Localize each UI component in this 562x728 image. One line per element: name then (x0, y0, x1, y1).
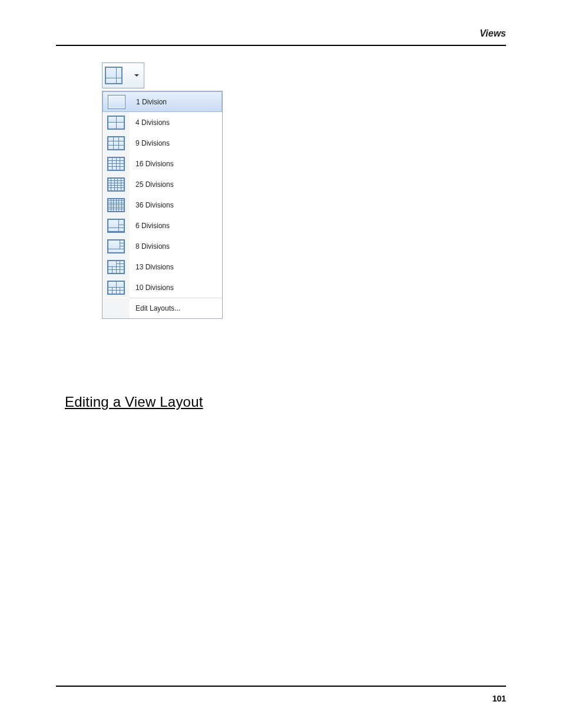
layout-option-label: 9 Divisions (130, 139, 170, 147)
layout-option-1-division[interactable]: 1 Division (103, 91, 222, 112)
grid-6x6-icon (107, 198, 125, 212)
layout-option-36-divisions[interactable]: 36 Divisions (103, 195, 222, 215)
layout-option-8-divisions[interactable]: 8 Divisions (103, 236, 222, 256)
layout-option-10-divisions[interactable]: 10 Divisions (103, 277, 222, 298)
layout-option-6-divisions[interactable]: 6 Divisions (103, 215, 222, 236)
section-heading: Editing a View Layout (65, 394, 203, 410)
grid-4x4-icon (107, 157, 125, 171)
layout-option-label: 6 Divisions (130, 222, 170, 230)
document-page: Views 1 Division (0, 0, 562, 728)
grid-2x2-icon (107, 116, 125, 130)
grid-8-icon (107, 239, 125, 253)
layout-dropdown-button[interactable] (102, 62, 144, 88)
grid-1-icon (108, 95, 125, 109)
layout-option-label: 10 Divisions (130, 284, 174, 292)
layout-option-label: 36 Divisions (130, 201, 174, 209)
layout-option-label: 8 Divisions (130, 242, 170, 251)
layout-dropdown-figure: 1 Division 4 Divisions (102, 62, 223, 319)
layout-option-25-divisions[interactable]: 25 Divisions (103, 174, 222, 195)
layout-option-4-divisions[interactable]: 4 Divisions (103, 112, 222, 133)
grid-5x5-icon (107, 177, 125, 192)
grid-13-icon (107, 260, 125, 274)
layout-option-label: 1 Division (130, 98, 167, 106)
layout-option-13-divisions[interactable]: 13 Divisions (103, 256, 222, 277)
layout-option-label: 16 Divisions (130, 160, 174, 168)
grid-6-icon (107, 219, 125, 233)
layout-option-label: 13 Divisions (130, 263, 174, 271)
layout-option-16-divisions[interactable]: 16 Divisions (103, 153, 222, 174)
footer-rule (56, 686, 506, 687)
page-number: 101 (492, 694, 506, 703)
layout-icon (105, 67, 123, 84)
chevron-down-icon (134, 74, 139, 77)
page-header-title: Views (480, 28, 506, 39)
layout-option-label: 4 Divisions (130, 118, 170, 127)
layout-dropdown-list: 1 Division 4 Divisions (102, 91, 223, 319)
layout-option-9-divisions[interactable]: 9 Divisions (103, 133, 222, 153)
layout-option-label: 25 Divisions (130, 180, 174, 189)
edit-layouts-menu-item[interactable]: Edit Layouts... (103, 298, 222, 318)
edit-layouts-label: Edit Layouts... (130, 304, 180, 312)
grid-10-icon (107, 281, 125, 295)
header-rule (56, 45, 506, 46)
grid-3x3-icon (107, 136, 125, 150)
